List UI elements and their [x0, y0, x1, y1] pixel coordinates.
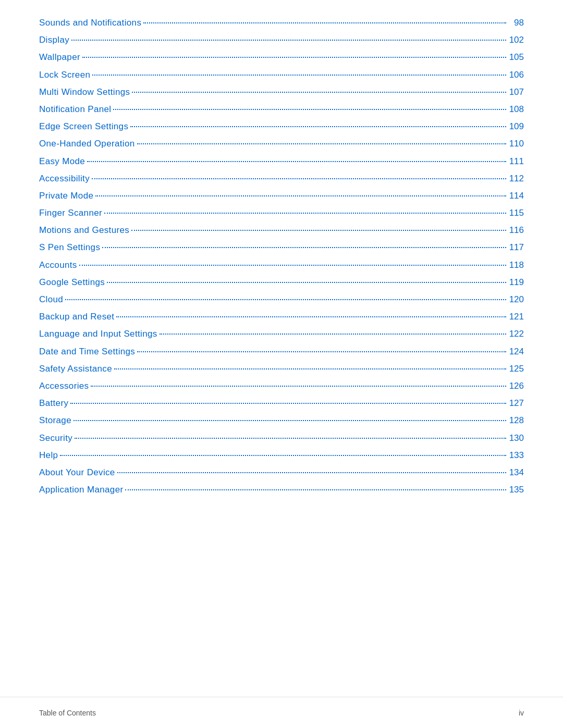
- toc-entry[interactable]: Backup and Reset121: [39, 310, 524, 324]
- toc-entry[interactable]: Lock Screen106: [39, 68, 524, 82]
- toc-entry-dots: [104, 213, 506, 214]
- toc-entry[interactable]: Wallpaper105: [39, 50, 524, 64]
- toc-entry-label[interactable]: Application Manager: [39, 483, 123, 497]
- toc-entry-page: 118: [508, 258, 524, 272]
- toc-entry-page: 106: [508, 68, 524, 82]
- toc-entry-page: 107: [508, 85, 524, 99]
- toc-entry-page: 128: [508, 413, 524, 427]
- toc-entry[interactable]: Security130: [39, 431, 524, 445]
- toc-entry[interactable]: Date and Time Settings124: [39, 344, 524, 359]
- toc-entry[interactable]: Multi Window Settings107: [39, 85, 524, 99]
- toc-entry[interactable]: Storage128: [39, 413, 524, 427]
- toc-entry[interactable]: Edge Screen Settings109: [39, 119, 524, 133]
- toc-entry-dots: [95, 195, 506, 196]
- toc-entry[interactable]: Finger Scanner115: [39, 206, 524, 220]
- toc-entry-page: 116: [508, 223, 524, 237]
- toc-entry-page: 122: [508, 327, 524, 341]
- toc-entry-dots: [91, 386, 506, 387]
- toc-entry[interactable]: Private Mode114: [39, 189, 524, 203]
- toc-entry[interactable]: S Pen Settings117: [39, 240, 524, 254]
- toc-entry[interactable]: Language and Input Settings122: [39, 327, 524, 341]
- page-footer: Table of Contents iv: [0, 697, 563, 728]
- toc-entry-label[interactable]: Display: [39, 33, 69, 47]
- toc-entry[interactable]: Help133: [39, 448, 524, 462]
- toc-entry-label[interactable]: Edge Screen Settings: [39, 119, 128, 133]
- toc-entry-page: 130: [508, 431, 524, 445]
- toc-entry-dots: [102, 247, 506, 248]
- footer-left-label: Table of Contents: [39, 709, 96, 717]
- toc-entry-dots: [130, 126, 506, 127]
- toc-list: Sounds and Notifications98Display102Wall…: [39, 16, 524, 497]
- toc-entry-page: 127: [508, 396, 524, 410]
- toc-entry-label[interactable]: Sounds and Notifications: [39, 16, 141, 30]
- toc-entry-dots: [87, 161, 506, 162]
- toc-entry[interactable]: Accounts118: [39, 258, 524, 272]
- toc-entry-dots: [125, 489, 506, 490]
- toc-entry-label[interactable]: Battery: [39, 396, 68, 410]
- toc-entry-label[interactable]: One-Handed Operation: [39, 137, 135, 151]
- toc-entry[interactable]: Safety Assistance125: [39, 362, 524, 376]
- toc-entry-label[interactable]: Backup and Reset: [39, 310, 114, 324]
- toc-entry-page: 119: [508, 275, 524, 289]
- toc-entry-label[interactable]: Google Settings: [39, 275, 105, 289]
- toc-entry-label[interactable]: Private Mode: [39, 189, 93, 203]
- toc-entry-label[interactable]: Accessories: [39, 379, 89, 393]
- toc-entry[interactable]: Accessories126: [39, 379, 524, 393]
- toc-entry-dots: [132, 92, 506, 93]
- toc-entry-page: 135: [508, 483, 524, 497]
- toc-entry[interactable]: Battery127: [39, 396, 524, 410]
- toc-entry[interactable]: Google Settings119: [39, 275, 524, 289]
- toc-entry-dots: [92, 178, 506, 179]
- toc-entry[interactable]: Accessibility112: [39, 171, 524, 186]
- toc-entry-label[interactable]: Lock Screen: [39, 68, 90, 82]
- toc-entry-dots: [137, 143, 506, 144]
- toc-entry-page: 134: [508, 465, 524, 479]
- toc-entry[interactable]: Easy Mode111: [39, 154, 524, 168]
- toc-entry-label[interactable]: Wallpaper: [39, 50, 80, 64]
- toc-entry[interactable]: Sounds and Notifications98: [39, 16, 524, 30]
- toc-entry-label[interactable]: Cloud: [39, 292, 63, 306]
- toc-entry-dots: [116, 316, 506, 317]
- toc-entry[interactable]: Motions and Gestures116: [39, 223, 524, 237]
- toc-entry-dots: [60, 455, 506, 456]
- toc-entry-label[interactable]: Multi Window Settings: [39, 85, 130, 99]
- toc-entry-label[interactable]: About Your Device: [39, 465, 115, 479]
- toc-entry-page: 111: [508, 154, 524, 168]
- toc-entry-dots: [71, 40, 506, 41]
- toc-entry-label[interactable]: Security: [39, 431, 72, 445]
- toc-entry-dots: [74, 420, 506, 421]
- toc-entry-label[interactable]: Storage: [39, 413, 71, 427]
- toc-entry-page: 110: [508, 137, 524, 151]
- toc-entry-label[interactable]: Language and Input Settings: [39, 327, 157, 341]
- toc-entry-dots: [117, 472, 506, 473]
- toc-entry[interactable]: Display102: [39, 33, 524, 47]
- toc-entry-page: 108: [508, 102, 524, 116]
- toc-entry-dots: [79, 265, 506, 266]
- toc-entry-label[interactable]: Motions and Gestures: [39, 223, 129, 237]
- toc-entry-label[interactable]: Accounts: [39, 258, 77, 272]
- toc-entry-label[interactable]: Safety Assistance: [39, 362, 112, 376]
- toc-entry[interactable]: About Your Device134: [39, 465, 524, 479]
- toc-entry-page: 120: [508, 292, 524, 306]
- toc-entry[interactable]: One-Handed Operation110: [39, 137, 524, 151]
- toc-entry-page: 114: [508, 189, 524, 203]
- toc-entry[interactable]: Notification Panel108: [39, 102, 524, 116]
- toc-entry-label[interactable]: Notification Panel: [39, 102, 111, 116]
- toc-entry-dots: [75, 438, 506, 439]
- toc-entry-page: 117: [508, 240, 524, 254]
- toc-entry-label[interactable]: Finger Scanner: [39, 206, 102, 220]
- toc-entry-label[interactable]: S Pen Settings: [39, 240, 100, 254]
- toc-entry-label[interactable]: Date and Time Settings: [39, 344, 135, 359]
- toc-entry[interactable]: Application Manager135: [39, 483, 524, 497]
- page-content: Sounds and Notifications98Display102Wall…: [0, 0, 563, 541]
- toc-entry-label[interactable]: Help: [39, 448, 58, 462]
- toc-entry-label[interactable]: Easy Mode: [39, 154, 85, 168]
- toc-entry-page: 133: [508, 448, 524, 462]
- toc-entry-page: 115: [508, 206, 524, 220]
- toc-entry-dots: [113, 109, 506, 110]
- toc-entry-page: 98: [508, 16, 524, 30]
- toc-entry-dots: [114, 368, 506, 369]
- toc-entry[interactable]: Cloud120: [39, 292, 524, 306]
- toc-entry-label[interactable]: Accessibility: [39, 171, 90, 186]
- footer-right-label: iv: [519, 709, 524, 717]
